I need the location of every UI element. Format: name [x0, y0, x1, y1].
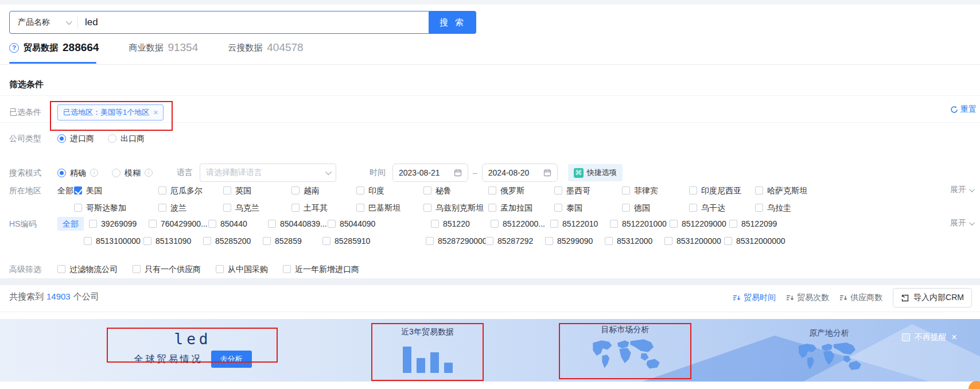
- bar-chart-icon: [371, 344, 484, 373]
- hs-code-checkbox[interactable]: 8531200000: [664, 234, 724, 248]
- hs-code-checkbox[interactable]: 850440: [208, 216, 268, 231]
- radio-exact[interactable]: 精确 i: [57, 165, 98, 180]
- data-tabs: ? 贸易数据 288664 商业数据 91354 云搜数据 404578: [9, 41, 304, 54]
- checkbox-icon: [554, 204, 562, 212]
- hs-code-checkbox[interactable]: 8512201000: [610, 216, 670, 231]
- hs-expand-link[interactable]: 展开: [950, 218, 973, 228]
- region-checkbox[interactable]: 乌干达: [689, 200, 755, 215]
- region-checkbox[interactable]: 印度尼西亚: [689, 183, 755, 198]
- dismiss-checkbox[interactable]: [902, 333, 910, 341]
- advanced-checkbox[interactable]: 只有一个供应商: [133, 262, 201, 277]
- hs-code-checkbox[interactable]: 85287290000: [426, 234, 485, 248]
- hs-code-checkbox[interactable]: 85122099: [729, 216, 980, 231]
- hs-code-checkbox[interactable]: 85285910: [322, 234, 426, 248]
- radio-fuzzy[interactable]: 模糊 i: [112, 165, 153, 180]
- checkbox-icon: [158, 186, 166, 194]
- hs-code-checkbox[interactable]: 8512209000: [670, 216, 729, 231]
- origin-card-title: 原产地分析: [772, 328, 886, 339]
- advanced-checkbox[interactable]: 从中国采购: [216, 262, 268, 277]
- sort-option[interactable]: 贸易时间: [733, 293, 776, 303]
- import-crm-label: 导入内部CRM: [913, 293, 964, 303]
- quick-options-label: 快捷选项: [587, 168, 617, 178]
- region-checkbox[interactable]: 乌拉圭: [755, 200, 980, 215]
- region-checkbox[interactable]: 秘鲁: [423, 183, 488, 198]
- checkbox-icon: [356, 204, 364, 212]
- region-checkbox[interactable]: 巴基斯坦: [356, 200, 423, 215]
- advanced-checkbox[interactable]: 近一年新增进口商: [283, 262, 359, 277]
- sort-option[interactable]: 供应商数: [839, 293, 882, 303]
- hs-code-checkbox[interactable]: 85299090: [545, 234, 605, 248]
- radio-exporter[interactable]: 出口商: [108, 131, 145, 146]
- region-checkbox[interactable]: 土耳其: [291, 200, 356, 215]
- hs-code-checkbox[interactable]: 85122000...: [491, 216, 550, 231]
- tab-trade-data[interactable]: ? 贸易数据 288664: [9, 41, 99, 54]
- region-checkbox[interactable]: 厄瓜多尔: [158, 183, 223, 198]
- hs-code-checkbox[interactable]: 39269099: [89, 216, 149, 231]
- selected-region-tag[interactable]: 已选地区：美国等1个地区 ×: [57, 104, 164, 120]
- hs-code-checkbox[interactable]: 850440839...: [268, 216, 328, 231]
- checkbox-icon: [550, 220, 558, 228]
- region-checkbox[interactable]: 菲律宾: [622, 183, 689, 198]
- close-icon[interactable]: ×: [951, 332, 957, 343]
- hs-code-checkbox[interactable]: 852859: [263, 234, 322, 248]
- region-expand-link[interactable]: 展开: [950, 185, 973, 195]
- radio-importer[interactable]: 进口商: [57, 131, 94, 146]
- region-checkbox[interactable]: 印度: [356, 183, 423, 198]
- region-filter-row: 所在地区 全部 美国厄瓜多尔英国越南印度秘鲁俄罗斯墨西哥菲律宾印度尼西亚哈萨克斯…: [9, 183, 980, 215]
- region-checkbox[interactable]: 德国: [622, 200, 689, 215]
- language-select[interactable]: 请选择翻译语言: [200, 164, 336, 182]
- world-map-icon: [795, 341, 864, 374]
- checkbox-icon: [689, 204, 697, 212]
- tab-business-data[interactable]: 商业数据 91354: [129, 41, 198, 54]
- region-checkbox[interactable]: 哥斯达黎加: [74, 200, 158, 215]
- hs-code-checkbox[interactable]: 851220: [431, 216, 491, 231]
- info-icon[interactable]: i: [145, 169, 153, 177]
- sort-icon: [786, 294, 794, 302]
- region-checkbox[interactable]: 俄罗斯: [488, 183, 554, 198]
- hs-code-checkbox[interactable]: 85285200: [203, 234, 263, 248]
- info-icon[interactable]: i: [90, 169, 98, 177]
- start-date-input[interactable]: 2023-08-21: [392, 164, 468, 182]
- target-market-card[interactable]: 目标市场分析: [559, 325, 691, 373]
- question-circle-icon[interactable]: ?: [9, 43, 19, 53]
- import-crm-button[interactable]: 导入内部CRM: [893, 288, 972, 308]
- reset-filters-link[interactable]: 重置: [950, 104, 977, 115]
- remove-tag-icon[interactable]: ×: [153, 108, 158, 117]
- region-checkbox[interactable]: 孟加拉国: [488, 200, 554, 215]
- region-checkbox[interactable]: 墨西哥: [554, 183, 622, 198]
- hs-code-checkbox[interactable]: 85312000: [605, 234, 664, 248]
- dismiss-banner-control[interactable]: 不再提醒 ×: [902, 332, 957, 343]
- region-checkbox[interactable]: 美国: [74, 183, 158, 198]
- region-checkbox[interactable]: 乌克兰: [223, 200, 291, 215]
- hs-code-checkbox[interactable]: 85044090: [328, 216, 431, 231]
- trade-data-card[interactable]: 近3年贸易数据: [371, 327, 484, 373]
- checkbox-icon: [423, 204, 431, 212]
- hs-all-link[interactable]: 全部: [57, 217, 84, 231]
- sort-option[interactable]: 贸易次数: [786, 293, 829, 303]
- hs-code-checkbox[interactable]: 85287292: [485, 234, 545, 248]
- hs-code-checkbox[interactable]: 85122010: [550, 216, 610, 231]
- region-checkbox[interactable]: 波兰: [158, 200, 223, 215]
- hs-code-checkbox[interactable]: 85131090: [143, 234, 203, 248]
- analyze-button[interactable]: 去分析: [211, 351, 252, 368]
- hs-code-checkbox[interactable]: 8513100000: [84, 234, 143, 248]
- end-date-input[interactable]: 2024-08-20: [482, 164, 558, 182]
- region-checkbox[interactable]: 英国: [223, 183, 291, 198]
- search-button[interactable]: 搜 索: [429, 11, 476, 34]
- region-checkbox[interactable]: 越南: [291, 183, 356, 198]
- command-icon: ⌘: [574, 168, 584, 178]
- hs-code-checkbox[interactable]: 85312000000: [724, 234, 980, 248]
- advanced-checkbox[interactable]: 过滤物流公司: [57, 262, 118, 277]
- origin-analysis-card[interactable]: 原产地分析: [772, 328, 886, 374]
- region-checkbox[interactable]: 哈萨克斯坦: [755, 183, 980, 198]
- search-category-dropdown[interactable]: 产品名称: [10, 17, 77, 28]
- checkbox-icon: [485, 237, 493, 245]
- tab-cloud-search-data[interactable]: 云搜数据 404578: [228, 41, 303, 54]
- search-input[interactable]: [78, 11, 429, 33]
- hs-code-checkbox[interactable]: 760429900...: [149, 216, 208, 231]
- results-controls: 贸易时间 贸易次数 供应商数 导入内部CRM: [733, 288, 972, 308]
- region-checkbox[interactable]: 泰国: [554, 200, 622, 215]
- region-all-link[interactable]: 全部: [57, 183, 74, 198]
- quick-options-button[interactable]: ⌘ 快捷选项: [568, 164, 623, 181]
- region-checkbox[interactable]: 乌兹别克斯坦: [423, 200, 488, 215]
